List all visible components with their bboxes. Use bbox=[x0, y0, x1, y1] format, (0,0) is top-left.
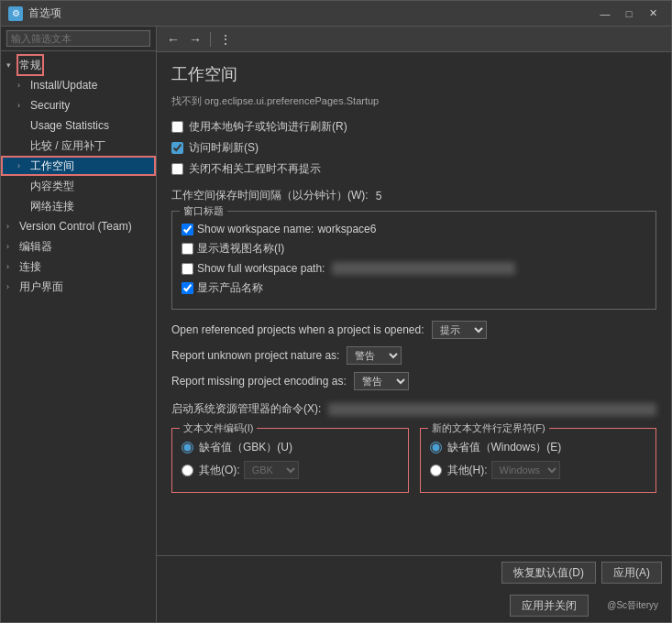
watermark-text: @Sc晉iteryy bbox=[607, 599, 658, 612]
full-path-label: Show full workspace path: bbox=[197, 262, 325, 275]
radio-encoding-other[interactable] bbox=[182, 465, 193, 476]
app-icon: ⚙ bbox=[8, 6, 23, 21]
radio-delimiter-other[interactable] bbox=[430, 465, 442, 476]
dropdown-label-2: Report missing project encoding as: bbox=[171, 375, 347, 388]
apply-button[interactable]: 应用(A) bbox=[601, 562, 662, 584]
sidebar-item-install[interactable]: › Install/Update bbox=[1, 75, 156, 95]
sidebar-item-content[interactable]: 内容类型 bbox=[1, 176, 156, 196]
window-title-group-label: 窗口标题 bbox=[180, 204, 227, 218]
save-interval-value: 5 bbox=[376, 190, 382, 202]
checkbox-row-refresh: 访问时刷新(S) bbox=[171, 140, 656, 156]
dropdown-row-0: Open referenced projects when a project … bbox=[171, 321, 656, 339]
radio-delimiter-default[interactable] bbox=[430, 442, 442, 454]
line-delimiter-content: 缺省值（Windows）(E) 其他(H): Windows bbox=[430, 440, 647, 479]
sidebar: ▾ 常规 › Install/Update › Security Usage S… bbox=[1, 27, 157, 622]
encoding-default-row: 缺省值（GBK）(U) bbox=[182, 440, 399, 455]
encoding-other-select[interactable]: GBK bbox=[244, 461, 299, 479]
titlebar: ⚙ 首选项 — □ ✕ bbox=[1, 1, 671, 27]
encoding-content: 缺省值（GBK）(U) 其他(O): GBK bbox=[182, 440, 399, 479]
panel-body: 工作空间 找不到 org.eclipse.ui.preferencePages.… bbox=[157, 52, 671, 555]
toolbar-separator bbox=[210, 32, 211, 47]
encoding-other-label: 其他(O): bbox=[199, 463, 240, 478]
minimize-button[interactable]: — bbox=[594, 5, 616, 23]
encoding-group-title: 文本文件编码(I) bbox=[180, 421, 257, 435]
checkbox-product-name[interactable] bbox=[182, 282, 193, 294]
window-title-group: 窗口标题 Show workspace name: workspace6 显示透… bbox=[171, 211, 656, 310]
sidebar-item-security[interactable]: › Security bbox=[1, 95, 156, 115]
right-panel: ← → ⋮ 工作空间 找不到 org.eclipse.ui.preference… bbox=[157, 27, 671, 622]
delimiter-other-select[interactable]: Windows bbox=[491, 461, 560, 479]
watermark: @Sc晉iteryy bbox=[603, 599, 662, 612]
checkbox-full-path[interactable] bbox=[182, 263, 193, 275]
sidebar-item-editor[interactable]: › 编辑器 bbox=[1, 236, 156, 257]
encoding-group: 文本文件编码(I) 缺省值（GBK）(U) 其他(O): GBK bbox=[171, 428, 409, 493]
delimiter-other-row: 其他(H): Windows bbox=[430, 461, 647, 479]
back-button[interactable]: ← bbox=[164, 30, 182, 49]
window-controls: — □ ✕ bbox=[594, 5, 664, 23]
expand-arrow-network bbox=[17, 198, 28, 214]
checkbox-row-no-remind: 关闭不相关工程时不再提示 bbox=[171, 161, 656, 177]
delimiter-other-label: 其他(H): bbox=[447, 463, 488, 478]
restore-defaults-button[interactable]: 恢复默认值(D) bbox=[501, 562, 596, 584]
sidebar-item-ui[interactable]: › 用户界面 bbox=[1, 277, 156, 297]
encoding-default-label: 缺省值（GBK）(U) bbox=[199, 440, 292, 455]
close-button[interactable]: ✕ bbox=[642, 5, 664, 23]
menu-button[interactable]: ⋮ bbox=[216, 30, 235, 49]
apply-close-button[interactable]: 应用并关闭 bbox=[510, 595, 589, 617]
expand-arrow-ui: › bbox=[6, 279, 17, 295]
checkbox-label-refresh: 访问时刷新(S) bbox=[189, 140, 259, 156]
sidebar-item-connection[interactable]: › 连接 bbox=[1, 257, 156, 277]
expand-arrow-workspace: › bbox=[17, 158, 28, 174]
checkbox-workspace-name[interactable] bbox=[182, 224, 193, 235]
sidebar-search-area bbox=[1, 27, 156, 51]
expand-arrow-install: › bbox=[17, 77, 28, 93]
dropdown-select-2[interactable]: 警告 错误 忽略 bbox=[354, 372, 409, 390]
workspace-name-row: Show workspace name: workspace6 bbox=[182, 223, 646, 235]
checkbox-local-history[interactable] bbox=[171, 121, 183, 133]
expand-arrow-security: › bbox=[17, 97, 28, 114]
checkboxes-section: 使用本地钩子或轮询进行刷新(R) 访问时刷新(S) 关闭不相关工程时不再提示 bbox=[171, 119, 656, 177]
dropdown-select-0[interactable]: 提示 始终 从不 bbox=[432, 321, 487, 339]
checkbox-perspective[interactable] bbox=[182, 243, 193, 255]
save-interval-label: 工作空间保存时间间隔（以分钟计）(W): bbox=[171, 188, 369, 203]
sidebar-tree: ▾ 常规 › Install/Update › Security Usage S… bbox=[1, 51, 156, 622]
dropdown-select-1[interactable]: 警告 错误 忽略 bbox=[347, 346, 402, 365]
perspective-row: 显示透视图名称(I) bbox=[182, 241, 646, 257]
product-name-label: 显示产品名称 bbox=[197, 280, 316, 296]
dropdown-row-1: Report unknown project nature as: 警告 错误 … bbox=[171, 346, 656, 365]
expand-arrow-content bbox=[17, 178, 28, 194]
expand-arrow-editor: › bbox=[6, 238, 17, 255]
search-input[interactable] bbox=[6, 30, 150, 47]
window-title-group-content: Show workspace name: workspace6 显示透视图名称(… bbox=[182, 223, 646, 296]
checkbox-no-remind[interactable] bbox=[171, 163, 183, 175]
encoding-area: 文本文件编码(I) 缺省值（GBK）(U) 其他(O): GBK bbox=[171, 428, 656, 493]
sidebar-item-usage[interactable]: Usage Statistics bbox=[1, 115, 156, 136]
sidebar-item-compare[interactable]: 比较 / 应用补丁 bbox=[1, 136, 156, 156]
sidebar-item-workspace[interactable]: › 工作空间 bbox=[1, 156, 156, 176]
command-row: 启动系统资源管理器的命令(X): bbox=[171, 401, 656, 417]
line-delimiter-group-title: 新的文本文件行定界符(F) bbox=[428, 421, 549, 435]
expand-arrow-version: › bbox=[6, 218, 17, 235]
expand-arrow-usage bbox=[17, 117, 28, 134]
forward-button[interactable]: → bbox=[186, 30, 204, 49]
page-title: 工作空间 bbox=[171, 63, 656, 85]
checkbox-label-local-history: 使用本地钩子或轮询进行刷新(R) bbox=[189, 119, 347, 135]
checkbox-refresh[interactable] bbox=[171, 142, 183, 154]
workspace-name-label: Show workspace name: bbox=[197, 223, 314, 235]
window-title: 首选项 bbox=[28, 5, 594, 21]
sidebar-item-network[interactable]: 网络连接 bbox=[1, 196, 156, 216]
bottom-bar: 恢复默认值(D) 应用(A) bbox=[157, 555, 671, 589]
dropdown-row-2: Report missing project encoding as: 警告 错… bbox=[171, 372, 656, 390]
command-label: 启动系统资源管理器的命令(X): bbox=[171, 401, 321, 417]
radio-encoding-default[interactable] bbox=[182, 442, 193, 454]
expand-arrow-compare bbox=[17, 137, 28, 154]
checkbox-label-no-remind: 关闭不相关工程时不再提示 bbox=[189, 161, 321, 177]
expand-arrow-changgui: ▾ bbox=[6, 57, 17, 73]
maximize-button[interactable]: □ bbox=[618, 5, 640, 23]
sidebar-item-changgui[interactable]: ▾ 常规 bbox=[1, 55, 156, 75]
command-value-blurred bbox=[328, 403, 656, 416]
panel-toolbar: ← → ⋮ bbox=[157, 27, 671, 52]
dropdown-label-0: Open referenced projects when a project … bbox=[171, 323, 424, 336]
checkbox-row-local-history: 使用本地钩子或轮询进行刷新(R) bbox=[171, 119, 656, 135]
sidebar-item-version[interactable]: › Version Control (Team) bbox=[1, 216, 156, 236]
